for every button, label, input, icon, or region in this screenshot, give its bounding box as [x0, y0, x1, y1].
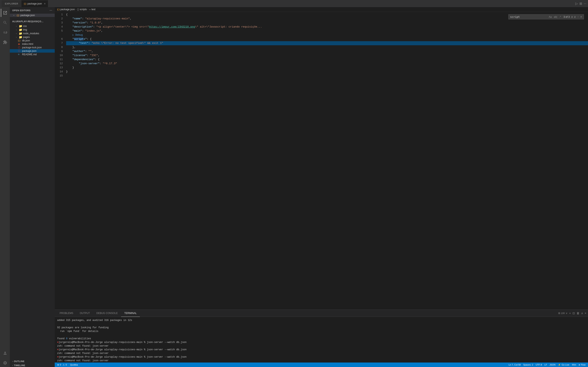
search-options: Aa ab| .*: [548, 15, 562, 18]
tab-problems[interactable]: PROBLEMS: [56, 310, 77, 317]
code-editor[interactable]: 1 2 3 4 5 6 7 8 9 10 11 12 13 14 15: [55, 12, 588, 309]
close-panel-icon[interactable]: ×: [585, 312, 586, 315]
status-errors[interactable]: ⊗ 0 ⚠ 0: [56, 364, 68, 366]
activity-settings-icon[interactable]: [1, 359, 9, 367]
activity-explorer-icon[interactable]: [1, 9, 9, 17]
breadcrumb-package-json-label: package.json: [61, 8, 75, 11]
debug-button[interactable]: ▷ Debug: [72, 33, 83, 37]
search-close-icon[interactable]: ×: [580, 15, 582, 19]
code-line-13: }: [66, 66, 588, 70]
whole-word-btn[interactable]: ab|: [553, 15, 558, 18]
status-flow[interactable]: ● Flow: [578, 364, 586, 366]
status-spaces[interactable]: Spaces: 2: [522, 364, 534, 366]
status-quokka[interactable]: Quokka: [69, 364, 79, 366]
timeline-label: TIMELINE: [14, 364, 25, 367]
terminal-content[interactable]: added 315 packages, and audited 316 pack…: [55, 317, 588, 363]
split-editor-icon[interactable]: ⊞: [579, 2, 582, 6]
open-editors-more-icon[interactable]: ···: [50, 9, 52, 12]
chevron-right-icon: ›: [15, 29, 18, 31]
split-terminal-icon[interactable]: ⊡: [572, 312, 575, 315]
outline-section[interactable]: › OUTLINE: [10, 359, 55, 363]
open-file-package-json[interactable]: × { } package.json: [10, 14, 55, 17]
terminal-panel: PROBLEMS OUTPUT DEBUG CONSOLE TERMINAL ⊞: [55, 309, 588, 363]
term-line-2: 92 packages are looking for funding: [57, 326, 586, 329]
status-go-live[interactable]: ⚡ Go Live: [557, 364, 570, 366]
breadcrumb-test[interactable]: ⬥ test: [89, 8, 95, 11]
tab-debug-console[interactable]: DEBUG CONSOLE: [93, 310, 121, 317]
tab-output[interactable]: OUTPUT: [77, 310, 93, 317]
file-db-json-label: db.json: [22, 39, 30, 42]
regex-btn[interactable]: .*: [559, 15, 562, 18]
term-line-5: ⊗jorgereis@MacBook-Pro-de-Jorge alurapla…: [57, 341, 586, 344]
term-line-6: zsh: command not found: json-server: [57, 344, 586, 348]
folder-img-icon: 📁: [19, 28, 22, 31]
sidebar-item-package-lock[interactable]: ⬡ package-lock.json: [10, 46, 55, 49]
shell-dropdown-icon: ∨: [566, 312, 568, 315]
case-sensitive-btn[interactable]: Aa: [548, 15, 553, 18]
breadcrumb-scripts-label: scripts: [80, 8, 87, 11]
tab-package-json[interactable]: { } package.json ×: [21, 0, 48, 7]
folder-pages-label: pages: [23, 36, 30, 39]
sidebar-item-img[interactable]: › 📁 img: [10, 28, 55, 32]
sidebar-item-package-json[interactable]: ⬡ package.json: [10, 49, 55, 53]
code-line-7: "test": "echo \"Error: no test specified…: [66, 41, 588, 45]
sidebar-item-pages[interactable]: › 📁 pages: [10, 35, 55, 39]
file-package-lock-label: package-lock.json: [22, 46, 42, 49]
explorer-section-title[interactable]: ALURAPLAY-REQUISIÇO...: [10, 18, 55, 24]
timeline-section[interactable]: › TIMELINE: [10, 363, 55, 367]
sidebar-item-readme[interactable]: ≡ README.md: [10, 53, 55, 56]
search-next-icon[interactable]: ∨: [574, 15, 576, 19]
tab-close-icon[interactable]: ×: [44, 2, 45, 5]
warning-count: 0: [66, 364, 67, 366]
close-icon: ×: [12, 14, 16, 17]
status-position[interactable]: Ln 7, Col 58: [508, 364, 521, 366]
search-input[interactable]: [510, 15, 547, 18]
code-line-5: "main": "index.js",: [66, 29, 588, 33]
code-line-10: "license": "ISC",: [66, 53, 588, 58]
time-label: 44m: [572, 364, 576, 366]
term-line-1: added 315 packages, and audited 316 pack…: [57, 318, 586, 322]
term-line-3: run `npm fund` for details: [57, 329, 586, 333]
sidebar-item-index-html[interactable]: ◈ index.html: [10, 42, 55, 46]
kill-terminal-icon[interactable]: 🗑: [577, 312, 579, 315]
open-editors-label: OPEN EDITORS: [12, 9, 31, 12]
more-actions-icon[interactable]: ···: [584, 2, 586, 6]
activity-source-control-icon[interactable]: [1, 28, 9, 36]
term-line-9: ⊗jorgereis@MacBook-Pro-de-Jorge alurapla…: [57, 355, 586, 359]
activity-accounts-icon[interactable]: [1, 349, 9, 357]
code-content: { "name": "aluraplay-requisicoes-main", …: [66, 12, 588, 309]
folder-node-icon: 📁: [19, 32, 22, 35]
open-editors-section[interactable]: OPEN EDITORS ···: [10, 7, 55, 13]
open-editors-list: × { } package.json: [10, 13, 55, 18]
term-line-blank-2: [57, 333, 586, 337]
term-line-7: ⊗jorgereis@MacBook-Pro-de-Jorge alurapla…: [57, 348, 586, 351]
file-npm-icon: ⬡: [18, 49, 21, 52]
breadcrumb-json-icon: { }: [57, 8, 60, 11]
activity-search-icon[interactable]: [1, 18, 9, 27]
sidebar-item-node-modules[interactable]: › 📁 node_modules: [10, 32, 55, 35]
status-time[interactable]: 44m: [571, 364, 577, 366]
sidebar-item-db-json[interactable]: { } db.json: [10, 39, 55, 42]
breadcrumb-test-label: test: [91, 8, 95, 11]
editor-area: { } package.json › {} scripts › ⬥ test: [55, 7, 588, 367]
status-line-ending[interactable]: LF: [544, 364, 548, 366]
breadcrumb-scripts[interactable]: {} scripts: [77, 8, 87, 11]
shell-label: zsh: [561, 312, 565, 315]
tab-terminal[interactable]: TERMINAL: [121, 310, 140, 317]
status-encoding[interactable]: UTF-8: [535, 364, 543, 366]
new-terminal-icon[interactable]: +: [569, 312, 571, 315]
status-bar: ⊗ 0 ⚠ 0 Quokka Ln 7, Col 58 Spaces: 2: [55, 363, 588, 367]
explorer-label: ALURAPLAY-REQUISIÇO...: [12, 20, 43, 23]
breadcrumb-package-json[interactable]: { } package.json: [57, 8, 75, 11]
shell-selector[interactable]: ⊞ zsh ∨: [558, 312, 568, 315]
file-package-json-label: package.json: [22, 50, 36, 52]
maximize-panel-icon[interactable]: ∧: [581, 312, 583, 315]
run-icon[interactable]: ▷: [575, 2, 578, 6]
title-bar-actions: ▷ ⊞ ···: [575, 2, 586, 6]
tab-explorer-inactive[interactable]: EXPLORER: [2, 0, 21, 7]
activity-extensions-icon[interactable]: [1, 38, 9, 46]
status-language[interactable]: JSON: [549, 364, 556, 366]
sidebar-item-css[interactable]: › 📁 css: [10, 24, 55, 28]
code-line-15: [66, 74, 588, 78]
search-prev-icon[interactable]: ∧: [571, 15, 573, 19]
